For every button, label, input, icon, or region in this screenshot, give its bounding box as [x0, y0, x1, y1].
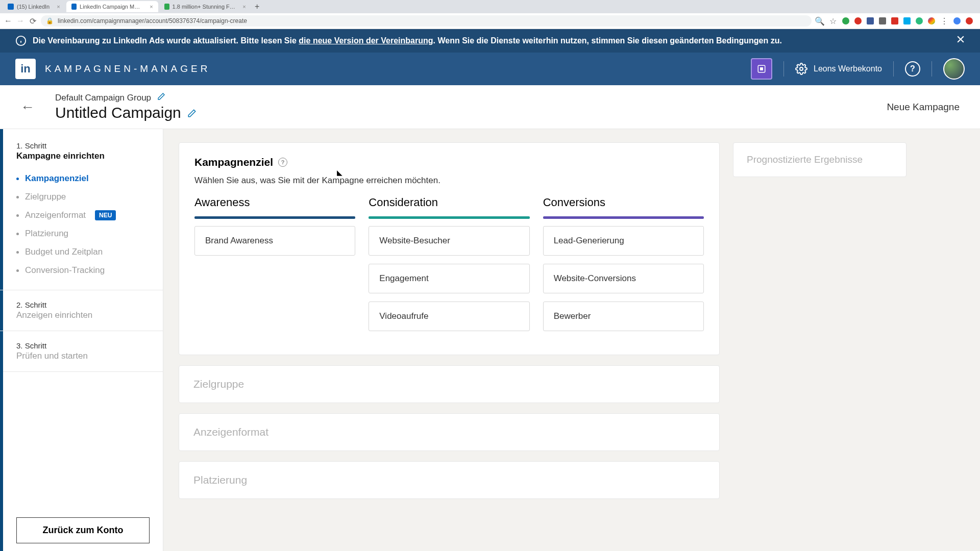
new-badge: NEU [95, 210, 116, 220]
close-tab-icon[interactable]: × [57, 4, 60, 10]
menu-icon[interactable]: ⋮ [940, 17, 948, 25]
banner-link[interactable]: die neue Version der Vereinbarung [299, 36, 433, 45]
sidebar-item-label: Zielgruppe [25, 192, 66, 202]
gear-icon [795, 63, 807, 75]
bullet-icon [16, 269, 19, 272]
sidebar-item-label: Kampagnenziel [25, 173, 89, 184]
bullet-icon [16, 233, 19, 235]
agreement-banner: Die Vereinbarung zu LinkedIn Ads wurde a… [0, 29, 980, 53]
ext-icon[interactable] [903, 17, 911, 24]
objective-option[interactable]: Website-Besucher [369, 226, 529, 256]
ext-icon[interactable] [916, 17, 923, 24]
step-label: 3. Schritt [16, 341, 150, 350]
close-tab-icon[interactable]: × [150, 4, 153, 10]
objective-option[interactable]: Videoaufrufe [369, 302, 529, 331]
ext-icon[interactable] [879, 17, 886, 24]
url-field[interactable]: 🔒 linkedin.com/campaignmanager/account/5… [41, 15, 812, 27]
bullet-icon [16, 196, 19, 198]
collapsed-section[interactable]: Zielgruppe [179, 365, 720, 403]
collapsed-section[interactable]: Anzeigenformat [179, 413, 720, 451]
objective-column: ConversionsLead-GenerierungWebsite-Conve… [543, 196, 704, 339]
edit-title-icon[interactable] [187, 104, 197, 121]
step-title[interactable]: Prüfen und starten [16, 351, 150, 361]
back-to-account-button[interactable]: Zurück zum Konto [16, 517, 150, 543]
sidebar-item[interactable]: Conversion-Tracking [16, 261, 150, 280]
column-accent-bar [543, 216, 704, 219]
back-arrow-button[interactable]: ← [10, 94, 45, 120]
step-title[interactable]: Kampagne einrichten [16, 151, 150, 161]
favicon [164, 4, 169, 10]
ext-icon[interactable] [891, 17, 898, 24]
ext-icon[interactable] [867, 17, 874, 24]
sidebar-item-label: Platzierung [25, 229, 68, 239]
tab-label: (15) LinkedIn [17, 4, 50, 10]
top-nav: in KAMPAGNEN-MANAGER Leons Werbekonto ? [0, 53, 980, 85]
avatar[interactable] [943, 58, 965, 80]
forecast-title: Prognostizierte Ergebnisse [747, 154, 863, 165]
objective-option[interactable]: Bewerber [543, 302, 704, 331]
collapsed-section[interactable]: Platzierung [179, 461, 720, 499]
forecast-panel: Prognostizierte Ergebnisse [733, 142, 906, 177]
address-bar: ← → ⟳ 🔒 linkedin.com/campaignmanager/acc… [0, 13, 980, 29]
reload-icon[interactable]: ⟳ [29, 17, 37, 25]
info-icon [15, 35, 27, 46]
step-title[interactable]: Anzeigen einrichten [16, 310, 150, 320]
browser-tab[interactable]: 1.8 million+ Stunning Free Ima× [159, 1, 251, 12]
account-name: Leons Werbekonto [814, 64, 882, 73]
objective-title: Kampagnenziel [194, 156, 273, 168]
step-label: 1. Schritt [16, 141, 150, 150]
objective-option[interactable]: Website-Conversions [543, 264, 704, 293]
objective-column: AwarenessBrand Awareness [194, 196, 355, 339]
sidebar-item-label: Budget und Zeitplan [25, 247, 103, 257]
content-area: Kampagnenziel ? Wählen Sie aus, was Sie … [163, 129, 980, 551]
edit-group-icon[interactable] [157, 92, 165, 103]
sidebar-item[interactable]: Budget und Zeitplan [16, 243, 150, 261]
objective-option[interactable]: Lead-Generierung [543, 226, 704, 256]
ext-icon[interactable] [966, 17, 973, 24]
account-selector[interactable]: Leons Werbekonto [795, 63, 882, 75]
close-icon[interactable] [955, 34, 966, 46]
account-switcher-button[interactable] [751, 58, 772, 80]
url-text: linkedin.com/campaignmanager/account/508… [58, 17, 247, 24]
campaign-header: ← Default Campaign Group Untitled Campai… [0, 85, 980, 129]
linkedin-logo[interactable]: in [15, 59, 36, 79]
bullet-icon [16, 178, 19, 180]
campaign-group-name: Default Campaign Group [55, 93, 151, 103]
column-accent-bar [369, 216, 529, 219]
sidebar: 1. SchrittKampagne einrichtenKampagnenzi… [0, 129, 163, 551]
profile-chip[interactable] [953, 17, 961, 24]
sidebar-item[interactable]: AnzeigenformatNEU [16, 206, 150, 224]
new-tab-button[interactable]: + [252, 2, 262, 11]
zoom-icon[interactable]: 🔍 [816, 17, 824, 25]
objective-subtitle: Wählen Sie aus, was Sie mit der Kampagne… [194, 176, 704, 186]
campaign-title: Untitled Campaign [55, 104, 181, 121]
back-icon[interactable]: ← [4, 17, 12, 25]
sidebar-item-label: Anzeigenformat [25, 210, 86, 220]
browser-tab[interactable]: LinkedIn Campaign Manager× [66, 1, 158, 12]
tab-strip: (15) LinkedIn×LinkedIn Campaign Manager×… [0, 0, 980, 13]
favicon [71, 4, 77, 10]
ext-icon[interactable] [854, 17, 862, 24]
bullet-icon [16, 251, 19, 254]
extension-icons: 🔍 ☆ ⋮ [816, 17, 976, 25]
browser-tab[interactable]: (15) LinkedIn× [3, 1, 65, 12]
close-tab-icon[interactable]: × [242, 4, 246, 10]
objective-option[interactable]: Brand Awareness [194, 226, 355, 256]
sidebar-item[interactable]: Zielgruppe [16, 188, 150, 206]
column-heading: Awareness [194, 196, 355, 216]
objective-column: ConsiderationWebsite-BesucherEngagementV… [369, 196, 529, 339]
forward-icon[interactable]: → [16, 17, 24, 25]
star-icon[interactable]: ☆ [829, 17, 837, 25]
sidebar-item[interactable]: Platzierung [16, 224, 150, 243]
bullet-icon [16, 214, 19, 217]
step-label: 2. Schritt [16, 300, 150, 309]
sidebar-item[interactable]: Kampagnenziel [16, 169, 150, 188]
objective-option[interactable]: Engagement [369, 264, 529, 293]
ext-icon[interactable] [928, 17, 935, 24]
help-button[interactable]: ? [905, 61, 920, 77]
page-context-label: Neue Kampagne [887, 102, 960, 113]
app-title: KAMPAGNEN-MANAGER [45, 63, 210, 74]
help-icon[interactable]: ? [278, 158, 287, 167]
banner-text: Die Vereinbarung zu LinkedIn Ads wurde a… [33, 36, 782, 45]
ext-icon[interactable] [842, 17, 849, 24]
